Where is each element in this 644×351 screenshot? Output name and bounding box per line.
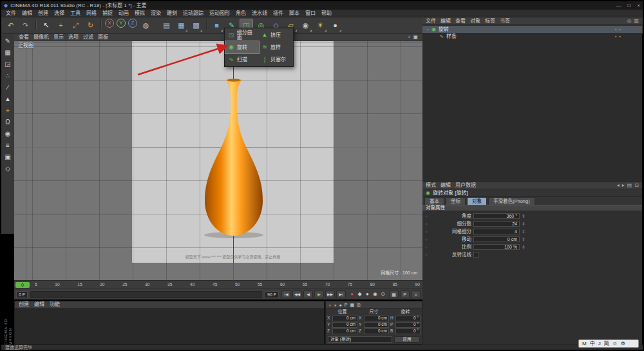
- object-row[interactable]: − ◉ 旋转 ● ●: [422, 26, 642, 33]
- viewport-menu-item[interactable]: 面板: [98, 35, 108, 40]
- toolbar-icon[interactable]: +: [54, 19, 68, 32]
- rotation-field[interactable]: 0 °: [395, 328, 421, 334]
- attribute-value-field[interactable]: 0 cm: [473, 236, 520, 242]
- menu-item[interactable]: 角色: [236, 11, 246, 16]
- left-tool-icon[interactable]: ∕: [3, 82, 14, 93]
- menu-item[interactable]: 窗口: [305, 11, 316, 16]
- attribute-header-icon[interactable]: ▸: [622, 183, 625, 188]
- left-tool-icon[interactable]: ◇: [3, 163, 14, 174]
- end-frame-field[interactable]: 90 F: [265, 291, 279, 298]
- toolbar-icon[interactable]: [33, 19, 38, 30]
- toolbar-icon[interactable]: ↷: [19, 19, 32, 32]
- visibility-dots[interactable]: ● ●: [615, 35, 621, 38]
- attribute-tab[interactable]: 对象: [467, 197, 487, 205]
- transport-button[interactable]: ▶: [314, 290, 324, 298]
- stepper-icon[interactable]: ⇕: [522, 237, 526, 242]
- toolbar-icon[interactable]: [204, 19, 209, 30]
- material-menu-item[interactable]: 编辑: [34, 302, 44, 307]
- attribute-tab[interactable]: 平滑着色(Phong): [488, 197, 535, 205]
- stepper-icon[interactable]: ⇕: [522, 222, 526, 226]
- menu-item[interactable]: 创建: [38, 11, 48, 16]
- maximize-button[interactable]: □: [627, 3, 630, 8]
- coordinate-toolbar-icon[interactable]: ●: [328, 303, 331, 307]
- record-icon[interactable]: ●: [348, 291, 355, 298]
- viewport-canvas[interactable]: 模型天下 www.***.*** 模型仅供学习交流使用，禁止商用 网格尺寸 : …: [14, 41, 422, 280]
- attribute-tab[interactable]: 基本: [424, 197, 444, 205]
- ime-segment[interactable]: 简: [604, 341, 609, 346]
- generator-menu-item[interactable]: ∫ 贝塞尔: [259, 53, 292, 66]
- size-field[interactable]: 0 cm: [364, 328, 389, 334]
- toolbar-icon[interactable]: ↶: [4, 19, 17, 32]
- menu-item[interactable]: 渲染: [151, 11, 161, 16]
- menu-item[interactable]: 网格: [86, 11, 97, 16]
- viewport-menu-item[interactable]: 查看: [19, 35, 29, 40]
- toolbar-icon[interactable]: [99, 19, 103, 30]
- expand-toggle-icon[interactable]: −: [425, 27, 430, 32]
- viewport-pane-icon[interactable]: +: [408, 35, 411, 40]
- toolbar-icon[interactable]: ▤: [160, 19, 173, 32]
- left-tool-icon[interactable]: ▣: [3, 151, 14, 162]
- position-field[interactable]: 0 cm: [332, 328, 357, 334]
- left-tool-icon[interactable]: ◲: [3, 59, 14, 70]
- menu-item[interactable]: 插件: [273, 11, 283, 16]
- visibility-dots[interactable]: ● ●: [615, 28, 621, 31]
- attribute-tab[interactable]: 坐标: [446, 197, 466, 205]
- attribute-value-field[interactable]: 24: [473, 221, 520, 227]
- toolbar-icon[interactable]: ↖: [39, 19, 53, 32]
- attribute-menu-item[interactable]: 用户数据: [455, 183, 476, 188]
- viewport-menu-item[interactable]: 摄像机: [33, 35, 49, 40]
- transport-button[interactable]: ◀◀: [292, 290, 302, 298]
- toolbar-icon[interactable]: ☀: [314, 19, 327, 32]
- generator-menu-item[interactable]: ◳ 细分曲面: [225, 29, 259, 41]
- position-field[interactable]: 0 cm: [332, 316, 357, 321]
- attribute-header-icon[interactable]: ⊡: [634, 183, 639, 188]
- toolbar-icon[interactable]: ▦: [175, 19, 188, 32]
- toolbar-icon[interactable]: ◉: [299, 19, 312, 32]
- left-tool-icon[interactable]: ◉: [3, 128, 14, 139]
- transport-button[interactable]: ▶|: [336, 290, 346, 298]
- left-tool-icon[interactable]: ▦: [3, 47, 14, 58]
- rotation-field[interactable]: 0 °: [395, 316, 421, 321]
- object-manager-menu-item[interactable]: 对象: [470, 19, 480, 24]
- record-icon[interactable]: ◉: [372, 291, 379, 298]
- minimize-button[interactable]: —: [616, 3, 621, 8]
- viewport-menu-item[interactable]: 显示: [53, 35, 64, 40]
- object-manager-menu-item[interactable]: 查看: [455, 19, 466, 24]
- attribute-value-field[interactable]: [473, 252, 479, 258]
- object-manager-header-icon[interactable]: ▥: [634, 19, 639, 24]
- coordinate-toolbar-icon[interactable]: ●: [339, 303, 341, 307]
- menu-item[interactable]: 流水线: [252, 11, 267, 16]
- menu-item[interactable]: 编辑: [22, 11, 32, 16]
- object-manager-menu-item[interactable]: 标签: [485, 19, 495, 24]
- generator-menu-item[interactable]: ≋ 放样: [259, 41, 292, 53]
- transport-right-icon[interactable]: ▦: [389, 290, 399, 298]
- size-field[interactable]: 0 cm: [364, 316, 389, 321]
- generator-menu-item[interactable]: ∿ 扫描: [225, 53, 259, 66]
- timeline-playhead[interactable]: 0: [15, 282, 30, 288]
- left-tool-icon[interactable]: ⌖: [3, 105, 14, 116]
- ime-segment[interactable]: ⚙: [621, 341, 625, 346]
- menu-item[interactable]: 捕捉: [102, 11, 113, 16]
- left-tool-icon[interactable]: ∴: [3, 70, 14, 81]
- object-manager-menu-item[interactable]: 书签: [500, 19, 510, 24]
- object-manager-header-icon[interactable]: ◎: [627, 19, 631, 24]
- record-icon[interactable]: ●: [364, 291, 371, 298]
- record-icon[interactable]: ⊙: [379, 291, 386, 298]
- object-name[interactable]: 旋转: [439, 27, 449, 32]
- toolbar-icon[interactable]: ⤢: [69, 19, 82, 32]
- current-frame-field[interactable]: 0 F: [16, 291, 28, 298]
- toolbar-icon[interactable]: [154, 19, 158, 30]
- toolbar-icon[interactable]: ◍: [139, 19, 153, 32]
- menu-item[interactable]: 雕刻: [167, 11, 177, 16]
- viewport-pane-icon[interactable]: ▣: [413, 35, 418, 40]
- coordinate-toolbar-icon[interactable]: P: [345, 303, 348, 307]
- transport-right-icon[interactable]: ≡: [411, 290, 421, 298]
- toolbar-icon[interactable]: ■: [210, 19, 223, 32]
- attribute-value-field[interactable]: 4: [473, 229, 520, 234]
- object-manager-menu-item[interactable]: 文件: [426, 19, 436, 24]
- object-manager-menu-item[interactable]: 编辑: [440, 19, 451, 24]
- menu-item[interactable]: 工具: [70, 11, 80, 16]
- transport-button[interactable]: |◀: [281, 290, 291, 298]
- power-slider[interactable]: [30, 291, 262, 298]
- coordinate-toolbar-icon[interactable]: ⊞: [357, 303, 361, 307]
